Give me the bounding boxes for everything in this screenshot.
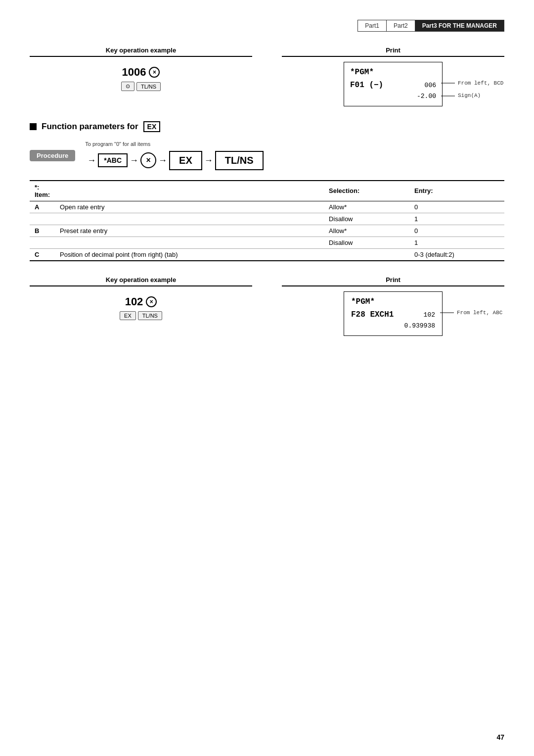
key-op-section1: Key operation example 1006 × ⊙ TL/NS [30,47,252,91]
print-box1: *PGM* F01 (−) 006 From left, BCD -2.00 [344,62,443,106]
key-number1: 1006 [122,66,146,79]
annot2-text: Sign(A) [458,92,481,100]
key-sequence2: 102 × EX TL/NS [30,295,252,320]
key-row1: ⊙ TL/NS [121,82,161,91]
f28-label: F28 EXCH1 [351,309,394,322]
part2-tab[interactable]: Part2 [387,20,415,31]
procedure-right: To program "0" for all items → *ABC → × … [85,141,504,170]
print-section2: Print *PGM* F28 EXCH1 102 From left, ABC [282,276,504,336]
annot1: From left, BCD [441,79,503,88]
cell-description [55,213,324,225]
annot-abc-text: From left, ABC [457,309,502,318]
cell-entry: 0 [409,225,504,236]
cell-selection: Disallow [324,213,409,225]
cell-item: C [30,248,55,261]
print-box2: *PGM* F28 EXCH1 102 From left, ABC 0.939… [344,291,443,336]
annot-line-svg3 [440,310,455,316]
pgm-label2: *PGM* [351,296,375,309]
key-op-label2: Key operation example [30,276,252,286]
cell-description: Position of decimal point (from right) (… [55,248,324,261]
cell-entry: 0 [409,201,504,213]
flow-ex-box: EX [169,151,202,170]
print-line1a: *PGM* [350,66,436,79]
params-table: *: Item: Selection: Entry: AOpen rate en… [30,180,504,261]
key-op-section2: Key operation example 102 × EX TL/NS [30,276,252,320]
key-num1: 1006 × [122,66,160,79]
header-bar: Part1 Part2 Part3 FOR THE MANAGER [30,20,504,32]
flow-arrow1: → [130,155,138,166]
th-item: *: Item: [30,181,55,201]
print-line1c: -2.00 Sign(A) [350,92,436,102]
print-label1: Print [282,47,504,57]
annot-line-svg2 [441,93,456,99]
key-op-label1: Key operation example [30,47,252,57]
th-description [55,181,324,201]
ex-box-heading: EX [143,121,161,132]
section1: Key operation example 1006 × ⊙ TL/NS Pri… [30,47,504,106]
flow-diagram: → *ABC → × → EX → TL/NS [85,151,504,170]
table-row: CPosition of decimal point (from right) … [30,248,504,261]
flow-arrow3: → [204,155,213,166]
part3-tab[interactable]: Part3 FOR THE MANAGER [415,20,504,31]
f28-value: 102 [424,310,435,321]
annot2: Sign(A) [441,92,481,100]
table-row: Disallow1 [30,236,504,248]
cell-item: B [30,225,55,236]
circle-icon2: × [146,296,157,307]
cell-description: Preset rate entry [55,225,324,236]
cell-selection: Disallow [324,236,409,248]
key-row2: EX TL/NS [120,311,162,320]
procedure-badge: Procedure [30,150,75,161]
heading-text: Function parameters for [42,122,138,132]
btn-ex2[interactable]: EX [120,311,136,320]
print-line2c: 0.939938 [351,321,435,331]
page: Part1 Part2 Part3 FOR THE MANAGER Key op… [0,0,534,756]
exch-value: 0.939938 [404,321,435,331]
cell-item: A [30,201,55,213]
cell-selection [324,248,409,261]
cell-entry: 1 [409,213,504,225]
annot-line-svg1 [441,80,456,86]
cell-selection: Allow* [324,225,409,236]
flow-abc-box: *ABC [98,153,128,167]
th-entry: Entry: [409,181,504,201]
key-number2: 102 [125,295,143,308]
table-row: AOpen rate entryAllow*0 [30,201,504,213]
print-label2: Print [282,276,504,286]
circle-icon1: × [149,67,160,78]
procedure-note: To program "0" for all items [85,141,504,147]
flow-arrow0: → [87,155,96,166]
cell-entry: 0-3 (default:2) [409,248,504,261]
btn-tlns2[interactable]: TL/NS [138,311,162,320]
print-section1: Print *PGM* F01 (−) 006 From left, BCD [282,47,504,106]
part1-tab[interactable]: Part1 [358,20,387,31]
neg200-value: -2.00 [417,92,436,102]
section2: Key operation example 102 × EX TL/NS Pri… [30,276,504,336]
print-wrap2: *PGM* F28 EXCH1 102 From left, ABC 0.939… [344,291,443,336]
cell-description: Open rate entry [55,201,324,213]
function-params-heading: Function parameters for EX [30,121,504,132]
page-number: 47 [496,733,504,741]
f01-label: F01 (−) [350,79,383,92]
cell-selection: Allow* [324,201,409,213]
table-row: Disallow1 [30,213,504,225]
print-wrap1: *PGM* F01 (−) 006 From left, BCD -2.00 [344,62,443,106]
flow-circle-x: × [140,152,156,168]
th-selection: Selection: [324,181,409,201]
cell-description [55,236,324,248]
print-line2a: *PGM* [351,296,435,309]
flow-tlns-box: TL/NS [215,151,264,170]
annot-from-abc: From left, ABC [440,309,502,318]
cell-item [30,213,55,225]
btn-dot1[interactable]: ⊙ [121,82,134,91]
cell-item [30,236,55,248]
key-sequence1: 1006 × ⊙ TL/NS [30,66,252,91]
table-row: BPreset rate entryAllow*0 [30,225,504,236]
btn-tlns1[interactable]: TL/NS [136,82,161,91]
print-line1b: F01 (−) 006 From left, BCD [350,79,436,92]
annot1-text: From left, BCD [458,79,503,88]
flow-arrow2: → [158,155,167,166]
procedure-area: Procedure To program "0" for all items →… [30,141,504,170]
f01-value: 006 [425,81,436,91]
black-square-icon [30,123,37,130]
